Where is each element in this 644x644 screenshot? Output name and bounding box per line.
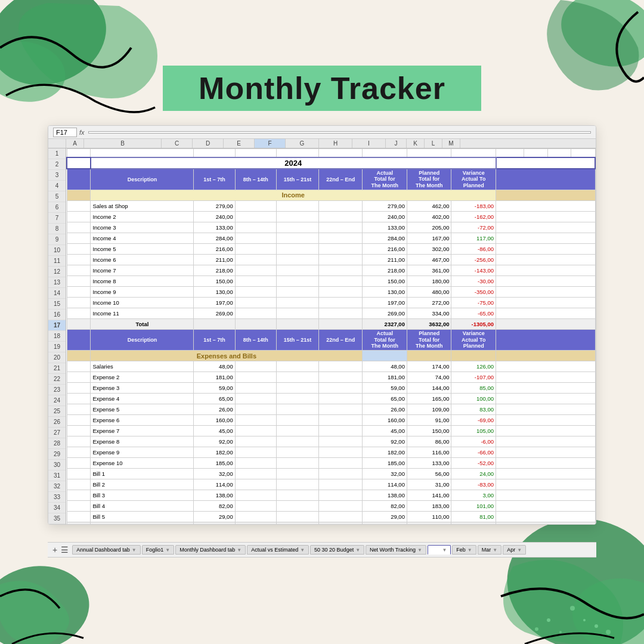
- row-num-31[interactable]: 31: [48, 470, 66, 481]
- tab-monthly-dashboard[interactable]: Monthly Dashboard tab ▼: [175, 545, 246, 555]
- expense-row-7: Expense 745,0045,00150,00105,00: [67, 426, 595, 436]
- row-num-30[interactable]: 30: [48, 460, 66, 470]
- tab-50-30-20[interactable]: 50 30 20 Budget ▼: [310, 545, 364, 555]
- expense-row-5: Expense 526,0026,00109,0083,00: [67, 404, 595, 415]
- svg-point-6: [547, 618, 550, 622]
- row-num-33[interactable]: 33: [48, 492, 66, 503]
- tab-jan-label: Jan: [432, 547, 441, 553]
- row-num-34[interactable]: 34: [48, 503, 66, 513]
- header-22ndend: 22nd – End: [319, 169, 363, 190]
- col-hdr-k[interactable]: K: [407, 139, 425, 148]
- row-num-36[interactable]: 36: [48, 524, 66, 525]
- row-num-27[interactable]: 27: [48, 428, 66, 438]
- row-num-28[interactable]: 28: [48, 438, 66, 449]
- col-hdr-h[interactable]: H: [319, 139, 352, 148]
- row-num-21[interactable]: 21: [48, 363, 66, 374]
- tab-mar-chevron: ▼: [493, 547, 497, 553]
- row-num-23[interactable]: 23: [48, 385, 66, 395]
- row-num-6[interactable]: 6: [48, 202, 66, 213]
- expense-row-6: Expense 6160,00160,0091,00-69,00: [67, 415, 595, 426]
- expense-row-4: Expense 465,0065,00165,00100,00: [67, 394, 595, 404]
- income-row-2: Income 2240,00240,00402,00-162,00: [67, 211, 595, 222]
- tab-net-worth[interactable]: Net Worth Tracking ▼: [366, 545, 426, 555]
- row-num-8[interactable]: 8: [48, 224, 66, 234]
- col-hdr-i[interactable]: I: [352, 139, 386, 148]
- income-row-4: Income 4284,00284,00167,00117,00: [67, 233, 595, 243]
- col-hdr-e[interactable]: E: [224, 139, 255, 148]
- tab-net-worth-chevron: ▼: [417, 547, 422, 553]
- income-total-g: 2327,00: [363, 318, 407, 329]
- col-hdr-f[interactable]: F: [255, 139, 286, 148]
- sheets-list-button[interactable]: ☰: [61, 545, 69, 555]
- tab-feb-chevron: ▼: [467, 547, 472, 553]
- cell-reference[interactable]: F17: [53, 128, 77, 137]
- col-hdr-c[interactable]: C: [162, 139, 193, 148]
- tab-foglio1[interactable]: Foglio1 ▼: [142, 545, 174, 555]
- row-num-13[interactable]: 13: [48, 277, 66, 288]
- income-1-desc[interactable]: Sales at Shop: [91, 200, 194, 211]
- tab-annual-dashboard[interactable]: Annual Dashboard tab ▼: [72, 545, 141, 555]
- formula-input[interactable]: [88, 131, 591, 134]
- tab-actual-vs-estimated[interactable]: Actual vs Estimated ▼: [247, 545, 309, 555]
- row-num-32[interactable]: 32: [48, 481, 66, 492]
- col-hdr-g[interactable]: G: [286, 139, 319, 148]
- row-num-29[interactable]: 29: [48, 449, 66, 460]
- income-2-desc[interactable]: Income 2: [91, 211, 194, 222]
- row-num-9[interactable]: 9: [48, 234, 66, 245]
- row-num-16[interactable]: 16: [48, 309, 66, 320]
- row-num-7[interactable]: 7: [48, 213, 66, 224]
- income-1-i[interactable]: -183,00: [451, 200, 496, 211]
- row-num-14[interactable]: 14: [48, 288, 66, 299]
- expenses-total-row: Total 1438,00 1763,00 326,00: [67, 522, 595, 525]
- col-desc-header-row: Description 1st – 7th 8th – 14th 15th – …: [67, 169, 595, 190]
- row-num-10[interactable]: 10: [48, 245, 66, 256]
- row-num-17[interactable]: 17: [48, 320, 66, 331]
- income-1-h[interactable]: 462,00: [407, 200, 451, 211]
- bill-row-4: Bill 482,0082,00183,00101,00: [67, 501, 595, 512]
- row-num-35[interactable]: 35: [48, 513, 66, 524]
- row-num-3[interactable]: 3: [48, 170, 66, 181]
- year-cell[interactable]: 2024: [91, 157, 496, 169]
- tab-apr[interactable]: Apr ▼: [503, 545, 526, 555]
- row-num-11[interactable]: 11: [48, 256, 66, 267]
- row-num-12[interactable]: 12: [48, 267, 66, 277]
- col-hdr-a[interactable]: A: [66, 139, 84, 148]
- col-hdr-b[interactable]: B: [84, 139, 162, 148]
- header-variance: VarianceActual ToPlanned: [451, 169, 496, 190]
- sheet-table: 2024 Description 1st – 7th 8th – 14th 15…: [66, 148, 596, 525]
- row-num-15[interactable]: 15: [48, 299, 66, 309]
- header-desc: Description: [91, 169, 194, 190]
- col-hdr-d[interactable]: D: [193, 139, 224, 148]
- row-num-4[interactable]: 4: [48, 181, 66, 191]
- expenses-selected-cell[interactable]: [363, 351, 407, 361]
- expense-row-salaries: Salaries48,0048,00174,00126,00: [67, 361, 595, 372]
- formula-bar: F17 fx: [48, 126, 596, 139]
- page-title: Monthly Tracker: [199, 71, 445, 106]
- add-sheet-button[interactable]: +: [50, 545, 60, 555]
- expenses-total-label: Total: [91, 522, 194, 525]
- income-row-8: Income 8150,00150,00180,00-30,00: [67, 275, 595, 286]
- row-num-19[interactable]: 19: [48, 342, 66, 352]
- col-hdr-j[interactable]: J: [386, 139, 407, 148]
- row-num-20[interactable]: 20: [48, 352, 66, 363]
- tab-actual-chevron: ▼: [300, 547, 305, 553]
- income-1-c[interactable]: 279,00: [194, 200, 235, 211]
- income-1-g[interactable]: 279,00: [363, 200, 407, 211]
- tab-jan[interactable]: Jan ▼: [428, 545, 451, 555]
- row-num-1[interactable]: 1: [48, 148, 66, 159]
- col-hdr-m[interactable]: M: [442, 139, 460, 148]
- income-row-3: Income 3133,00133,00205,00-72,00: [67, 222, 595, 233]
- row-num-26[interactable]: 26: [48, 417, 66, 428]
- col-hdr-l[interactable]: L: [425, 139, 442, 148]
- sheet-tabs: + ☰ Annual Dashboard tab ▼ Foglio1 ▼ Mon…: [48, 542, 596, 558]
- row-num-24[interactable]: 24: [48, 395, 66, 406]
- tab-mar[interactable]: Mar ▼: [478, 545, 501, 555]
- row-num-18[interactable]: 18: [48, 331, 66, 342]
- row-num-2[interactable]: 2: [48, 159, 66, 170]
- row-num-25[interactable]: 25: [48, 406, 66, 417]
- row-num-22[interactable]: 22: [48, 374, 66, 385]
- row-num-5[interactable]: 5: [48, 191, 66, 202]
- tab-apr-chevron: ▼: [517, 547, 522, 553]
- income-row-5: Income 5216,00216,00302,00-86,00: [67, 243, 595, 254]
- tab-feb[interactable]: Feb ▼: [452, 545, 476, 555]
